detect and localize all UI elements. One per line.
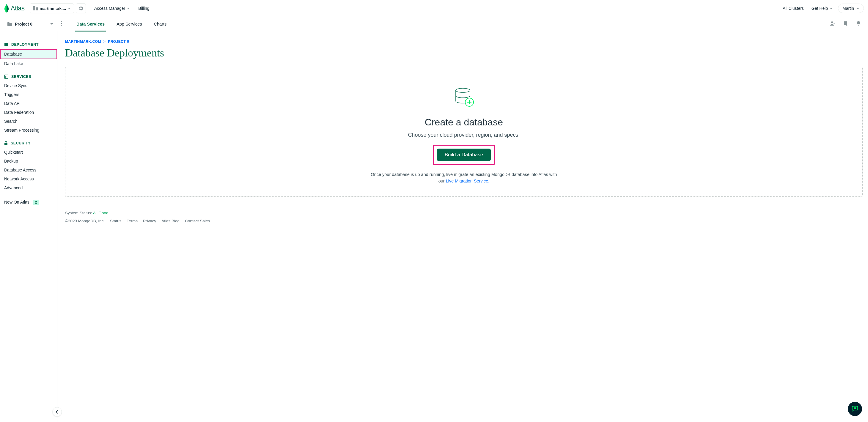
sidebar-item-search[interactable]: Search xyxy=(0,117,57,126)
breadcrumb-sep: > xyxy=(103,39,106,44)
sidebar-section-deployment: DEPLOYMENT xyxy=(0,40,57,49)
svg-rect-1 xyxy=(36,7,38,10)
svg-rect-8 xyxy=(4,143,7,145)
top-bar: Atlas martinmark.... Access Manager Bill… xyxy=(0,0,868,17)
sidebar-item-backup[interactable]: Backup xyxy=(0,157,57,165)
badge-count: 2 xyxy=(33,200,39,205)
empty-subtext: Choose your cloud provider, region, and … xyxy=(408,132,520,138)
sidebar-item-stream-processing[interactable]: Stream Processing xyxy=(0,126,57,135)
caret-down-icon xyxy=(68,8,71,9)
atlas-logo[interactable]: Atlas xyxy=(4,4,24,12)
kebab-icon xyxy=(61,21,62,26)
section-label: SERVICES xyxy=(11,74,31,79)
footer-link-contact[interactable]: Contact Sales xyxy=(185,219,210,223)
tab-label: Data Services xyxy=(76,22,105,27)
sidebar-item-label: Device Sync xyxy=(4,83,27,88)
breadcrumb: MARTINMARK.COM > PROJECT 0 xyxy=(65,39,868,44)
sidebar-item-advanced[interactable]: Advanced xyxy=(0,183,57,192)
access-manager-label: Access Manager xyxy=(94,6,125,11)
project-selector[interactable]: Project 0 xyxy=(4,22,56,27)
tab-app-services[interactable]: App Services xyxy=(117,17,142,31)
breadcrumb-project[interactable]: PROJECT 0 xyxy=(108,39,129,44)
sidebar-section-security: SECURITY xyxy=(0,139,57,148)
sidebar-item-label: Advanced xyxy=(4,186,23,190)
caret-down-icon xyxy=(50,23,53,25)
footer-link-status[interactable]: Status xyxy=(110,219,121,223)
sidebar-item-label: Database Access xyxy=(4,168,36,172)
sidebar-item-data-lake[interactable]: Data Lake xyxy=(0,59,57,68)
sidebar: DEPLOYMENT Database Data Lake SERVICES D… xyxy=(0,31,57,422)
section-label: SECURITY xyxy=(11,141,31,145)
billing-link[interactable]: Billing xyxy=(138,6,149,11)
svg-rect-0 xyxy=(33,6,35,10)
access-manager-link[interactable]: Access Manager xyxy=(94,6,130,11)
org-settings-button[interactable] xyxy=(76,3,86,13)
all-clusters-label: All Clusters xyxy=(783,6,804,11)
tab-data-services[interactable]: Data Services xyxy=(76,17,105,31)
system-status: System Status: All Good xyxy=(65,211,863,215)
footer-copyright: ©2023 MongoDB, Inc. xyxy=(65,219,105,223)
sidebar-item-triggers[interactable]: Triggers xyxy=(0,90,57,99)
activity-icon[interactable] xyxy=(843,21,848,27)
project-bar: Project 0 Data Services App Services Cha… xyxy=(0,17,868,31)
get-help-link[interactable]: Get Help xyxy=(811,6,833,11)
sidebar-item-label: Search xyxy=(4,119,17,124)
user-menu[interactable]: Martin xyxy=(838,4,864,13)
sidebar-item-label: New On Atlas xyxy=(4,200,29,204)
breadcrumb-org[interactable]: MARTINMARK.COM xyxy=(65,39,101,44)
project-more-button[interactable] xyxy=(59,20,64,28)
services-icon xyxy=(4,74,8,79)
sidebar-item-label: Quickstart xyxy=(4,150,23,155)
sidebar-item-label: Data Federation xyxy=(4,110,34,115)
svg-point-5 xyxy=(831,22,833,23)
sidebar-item-network-access[interactable]: Network Access xyxy=(0,174,57,183)
brand-text: Atlas xyxy=(11,4,24,12)
status-value[interactable]: All Good xyxy=(93,211,108,215)
sidebar-item-database-access[interactable]: Database Access xyxy=(0,165,57,174)
lock-icon xyxy=(4,141,8,145)
sidebar-item-quickstart[interactable]: Quickstart xyxy=(0,148,57,157)
sidebar-item-label: Triggers xyxy=(4,92,19,97)
org-name: martinmark.... xyxy=(39,6,66,11)
svg-point-4 xyxy=(61,25,62,26)
sidebar-item-label: Network Access xyxy=(4,176,34,181)
folder-icon xyxy=(7,22,12,26)
get-help-label: Get Help xyxy=(811,6,828,11)
tab-charts[interactable]: Charts xyxy=(154,17,167,31)
footer-link-privacy[interactable]: Privacy xyxy=(143,219,156,223)
footer-link-terms[interactable]: Terms xyxy=(127,219,137,223)
all-clusters-link[interactable]: All Clusters xyxy=(783,6,804,11)
live-migration-link[interactable]: Live Migration Service. xyxy=(446,178,490,183)
status-label: System Status: xyxy=(65,211,93,215)
org-selector[interactable]: martinmark.... xyxy=(30,3,74,13)
caret-down-icon xyxy=(127,8,130,9)
svg-point-11 xyxy=(854,408,855,409)
tab-label: Charts xyxy=(154,22,167,27)
sidebar-item-data-federation[interactable]: Data Federation xyxy=(0,108,57,117)
invite-user-icon[interactable] xyxy=(830,21,835,27)
sidebar-item-new-on-atlas[interactable]: New On Atlas 2 xyxy=(0,198,57,206)
footer-link-blog[interactable]: Atlas Blog xyxy=(161,219,180,223)
layers-icon xyxy=(4,42,8,47)
sidebar-item-label: Data Lake xyxy=(4,61,23,66)
sidebar-item-data-api[interactable]: Data API xyxy=(0,99,57,108)
svg-rect-7 xyxy=(4,75,8,78)
sidebar-item-database[interactable]: Database xyxy=(0,49,57,59)
empty-state: Create a database Choose your cloud prov… xyxy=(65,67,863,197)
chat-fab[interactable] xyxy=(848,402,862,416)
chat-icon xyxy=(851,406,858,412)
build-database-button[interactable]: Build a Database xyxy=(437,149,491,161)
tab-label: App Services xyxy=(117,22,142,27)
bell-icon[interactable] xyxy=(856,21,861,27)
gear-icon xyxy=(79,6,83,11)
project-name: Project 0 xyxy=(15,22,32,27)
svg-point-9 xyxy=(456,88,470,92)
caret-down-icon xyxy=(857,8,859,9)
sidebar-item-label: Database xyxy=(4,52,22,57)
section-label: DEPLOYMENT xyxy=(11,42,39,47)
sidebar-item-label: Data API xyxy=(4,101,21,106)
empty-footnote: Once your database is up and running, li… xyxy=(369,171,559,185)
sidebar-item-device-sync[interactable]: Device Sync xyxy=(0,81,57,90)
sidebar-item-label: Backup xyxy=(4,159,18,163)
leaf-icon xyxy=(4,4,9,12)
